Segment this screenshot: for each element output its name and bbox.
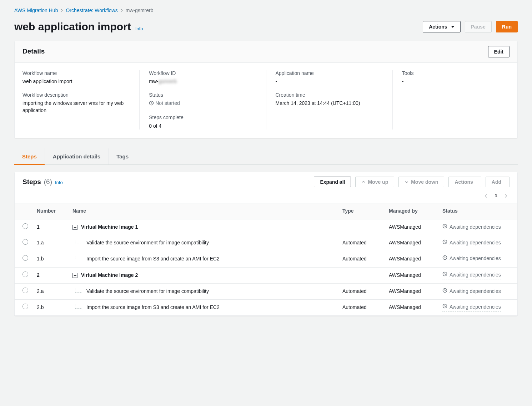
table-row: 2Virtual Machine Image 2AWSManagedAwaiti… <box>15 267 517 284</box>
row-number: 1.b <box>37 256 44 262</box>
steps-complete-value: 0 of 4 <box>149 123 256 130</box>
table-row: 2.aValidate the source environment for i… <box>15 284 517 300</box>
col-type[interactable]: Type <box>339 203 385 219</box>
field-label: Tools <box>402 70 510 77</box>
field-label: Workflow description <box>22 92 130 99</box>
col-number[interactable]: Number <box>33 203 69 219</box>
row-name: Virtual Machine Image 2 <box>81 272 138 279</box>
table-row: 1.aValidate the source environment for i… <box>15 235 517 251</box>
row-radio[interactable] <box>22 304 28 309</box>
page-number: 1 <box>495 192 497 199</box>
chevron-up-icon <box>361 180 366 184</box>
clock-icon <box>442 288 447 295</box>
workflow-desc-value: importing the windows server vms for my … <box>22 100 130 114</box>
table-row: 2.bImport the source image from S3 and c… <box>15 299 517 316</box>
row-status: Awaiting dependencies <box>442 224 510 231</box>
row-type <box>339 219 385 235</box>
breadcrumb-link[interactable]: AWS Migration Hub <box>14 7 58 14</box>
tools-value: - <box>402 78 510 85</box>
collapse-icon[interactable] <box>72 273 77 278</box>
move-up-button[interactable]: Move up <box>355 177 394 187</box>
breadcrumb: AWS Migration Hub Orchestrate: Workflows… <box>14 4 518 18</box>
steps-table: Number Name Type Managed by Status 1Virt… <box>15 203 517 316</box>
row-number: 2.b <box>37 304 44 310</box>
move-down-button[interactable]: Move down <box>398 177 444 187</box>
row-managed-by: AWSManaged <box>385 219 439 235</box>
row-type: Automated <box>339 299 385 316</box>
row-name: Import the source image from S3 and crea… <box>86 304 220 311</box>
caret-down-icon <box>451 26 455 28</box>
table-row: 1Virtual Machine Image 1AWSManagedAwaiti… <box>15 219 517 235</box>
clock-icon <box>442 224 447 231</box>
row-radio[interactable] <box>22 223 28 229</box>
tab-application-details[interactable]: Application details <box>45 148 108 164</box>
table-row: 1.bImport the source image from S3 and c… <box>15 251 517 267</box>
row-radio[interactable] <box>22 288 28 293</box>
chevron-right-icon <box>504 194 508 198</box>
edit-button[interactable]: Edit <box>488 46 510 57</box>
row-name: Virtual Machine Image 1 <box>81 224 138 231</box>
clock-icon <box>442 271 447 279</box>
tree-indent <box>75 240 81 244</box>
expand-all-button[interactable]: Expand all <box>314 177 351 187</box>
row-managed-by: AWSManaged <box>385 251 439 267</box>
clock-icon <box>442 255 447 262</box>
row-name: Validate the source environment for imag… <box>86 239 209 247</box>
clock-icon <box>442 304 447 311</box>
row-status: Awaiting dependencies <box>442 239 510 247</box>
info-link[interactable]: Info <box>135 26 143 32</box>
row-status: Awaiting dependencies <box>442 271 501 280</box>
field-label: Status <box>149 92 256 99</box>
page-actions: Actions Pause Run <box>423 21 518 32</box>
run-button[interactable]: Run <box>496 21 518 32</box>
details-card: Details Edit Workflow name web applicati… <box>14 41 518 139</box>
col-status[interactable]: Status <box>439 203 517 219</box>
field-label: Workflow ID <box>149 70 256 77</box>
workflow-name-value: web application import <box>22 78 130 85</box>
col-select <box>15 203 33 219</box>
app-name-value: - <box>276 78 383 85</box>
steps-actions: Expand all Move up Move down Actions Add <box>314 177 510 187</box>
tab-tags[interactable]: Tags <box>108 148 136 164</box>
breadcrumb-current: mw-gsmrerb <box>126 7 154 14</box>
row-managed-by: AWSManaged <box>385 299 439 316</box>
actions-button[interactable]: Actions <box>423 21 460 32</box>
steps-title: Steps (6) Info <box>22 177 63 187</box>
row-radio[interactable] <box>22 271 28 277</box>
field-label: Application name <box>276 70 383 77</box>
tree-indent <box>75 256 81 260</box>
row-number: 2 <box>37 272 40 278</box>
row-radio[interactable] <box>22 255 28 261</box>
row-name: Validate the source environment for imag… <box>86 288 209 295</box>
details-title: Details <box>22 47 45 56</box>
add-button[interactable]: Add <box>486 177 510 187</box>
page-prev-button[interactable] <box>482 192 490 199</box>
row-name: Import the source image from S3 and crea… <box>86 255 220 263</box>
tree-indent <box>75 304 81 309</box>
page-title: web application import Info <box>14 19 143 34</box>
row-radio[interactable] <box>22 239 28 245</box>
page-next-button[interactable] <box>502 192 510 199</box>
steps-actions-button[interactable]: Actions <box>448 177 481 187</box>
chevron-right-icon <box>60 7 64 14</box>
info-link[interactable]: Info <box>55 179 63 186</box>
row-type: Automated <box>339 235 385 251</box>
breadcrumb-link[interactable]: Orchestrate: Workflows <box>66 7 117 14</box>
workflow-id-value: mw-gsmrerb <box>149 78 256 85</box>
row-number: 2.a <box>37 288 44 294</box>
pause-button[interactable]: Pause <box>465 21 492 32</box>
col-name[interactable]: Name <box>69 203 339 219</box>
row-type: Automated <box>339 284 385 300</box>
field-label: Steps complete <box>149 114 256 121</box>
tree-indent <box>75 288 81 293</box>
field-label: Creation time <box>276 92 383 99</box>
col-managed-by[interactable]: Managed by <box>385 203 439 219</box>
tabs: Steps Application details Tags <box>14 148 518 165</box>
chevron-down-icon <box>405 180 409 184</box>
pagination: 1 <box>15 191 517 203</box>
tab-steps[interactable]: Steps <box>14 148 45 164</box>
row-status: Awaiting dependencies <box>442 288 510 295</box>
row-managed-by: AWSManaged <box>385 284 439 300</box>
collapse-icon[interactable] <box>72 225 77 230</box>
row-managed-by: AWSManaged <box>385 235 439 251</box>
